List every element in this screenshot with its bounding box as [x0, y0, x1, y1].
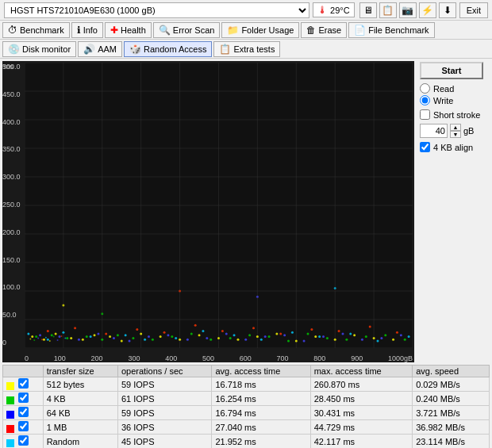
row-avg-speed: 23.114 MB/s — [413, 435, 490, 448]
svg-point-104 — [175, 337, 177, 339]
folder-usage-button[interactable]: 📁 Folder Usage — [221, 22, 299, 38]
download-icon-btn[interactable]: ⬇ — [439, 2, 456, 18]
svg-point-78 — [283, 334, 286, 336]
copy-icon-btn[interactable]: 📋 — [379, 2, 397, 18]
row-color-cell — [3, 406, 44, 420]
toolbar-primary: ⏱ Benchmark ℹ Info ✚ Health 🔍 Error Scan… — [0, 21, 492, 40]
table-row: 512 bytes 59 IOPS 16.718 ms 260.870 ms 0… — [3, 377, 490, 392]
svg-point-49 — [117, 334, 119, 336]
svg-point-28 — [109, 335, 111, 338]
error-scan-button[interactable]: 🔍 Error Scan — [153, 22, 221, 38]
row-checkbox[interactable] — [18, 407, 29, 417]
row-avg-speed: 0.240 MB/s — [413, 392, 490, 406]
svg-point-24 — [55, 333, 57, 335]
svg-point-107 — [260, 339, 263, 341]
toolbar-secondary: 💿 Disk monitor 🔊 AAM 🎲 Random Access 📋 E… — [0, 40, 492, 59]
benchmark-button[interactable]: ⏱ Benchmark — [2, 22, 70, 38]
table-header-row: transfer size operations / sec avg. acce… — [3, 366, 490, 377]
short-stroke-checkbox-label[interactable]: Short stroke — [420, 109, 489, 120]
svg-point-90 — [194, 324, 197, 327]
color-swatch — [6, 425, 14, 433]
stroke-up-button[interactable]: ▲ — [450, 124, 461, 131]
row-checkbox[interactable] — [18, 392, 29, 403]
svg-point-42 — [373, 337, 375, 339]
power-icon-btn[interactable]: ⚡ — [419, 2, 436, 18]
write-radio[interactable] — [420, 95, 430, 105]
svg-point-70 — [129, 340, 131, 343]
row-avg-speed: 0.029 MB/s — [413, 377, 490, 392]
svg-point-72 — [167, 334, 169, 336]
col-transfer-size-label: transfer size — [43, 366, 117, 377]
disk-monitor-button[interactable]: 💿 Disk monitor — [2, 41, 76, 57]
svg-point-118 — [29, 338, 31, 339]
svg-point-105 — [202, 330, 204, 332]
stroke-down-button[interactable]: ▼ — [450, 131, 461, 138]
svg-point-60 — [326, 337, 329, 339]
read-radio[interactable] — [420, 83, 430, 94]
row-checkbox[interactable] — [18, 421, 29, 431]
file-benchmark-button[interactable]: 📄 File Benchmark — [348, 22, 434, 38]
svg-point-61 — [345, 339, 348, 341]
align-checkbox[interactable] — [420, 142, 430, 152]
benchmark-icon: ⏱ — [8, 25, 17, 36]
svg-point-66 — [59, 335, 61, 338]
chart-svg — [25, 63, 413, 348]
start-button[interactable]: Start — [420, 62, 483, 79]
svg-point-36 — [256, 335, 259, 338]
svg-point-69 — [113, 337, 115, 339]
svg-point-59 — [306, 333, 309, 335]
svg-point-89 — [163, 331, 166, 334]
chart-plot-area — [25, 63, 413, 348]
svg-point-30 — [140, 333, 142, 335]
svg-point-123 — [49, 340, 51, 342]
svg-point-91 — [221, 330, 224, 332]
short-stroke-checkbox[interactable] — [420, 109, 430, 120]
svg-point-114 — [101, 312, 103, 315]
info-button[interactable]: ℹ Info — [71, 22, 103, 38]
erase-button[interactable]: 🗑 Erase — [301, 22, 347, 38]
health-button[interactable]: ✚ Health — [105, 22, 152, 38]
svg-point-62 — [365, 335, 367, 338]
aam-button[interactable]: 🔊 AAM — [78, 41, 122, 57]
drive-selector[interactable]: HGST HTS721010A9E630 (1000 gB) — [4, 2, 309, 18]
svg-point-100 — [62, 331, 64, 334]
svg-point-31 — [160, 335, 162, 338]
svg-point-103 — [144, 339, 146, 341]
extra-tests-button[interactable]: 📋 Extra tests — [213, 41, 280, 57]
title-bar: HGST HTS721010A9E630 (1000 gB) 🌡 29°C 🖥 … — [0, 0, 492, 21]
row-checkbox[interactable] — [18, 435, 29, 446]
row-max-access: 260.870 ms — [310, 377, 412, 392]
stroke-spinner: ▲ ▼ — [450, 124, 461, 138]
row-label: Random — [43, 435, 117, 448]
row-max-access: 28.450 ms — [310, 392, 412, 406]
svg-point-45 — [51, 334, 53, 336]
svg-point-41 — [353, 334, 356, 336]
svg-point-117 — [334, 287, 336, 289]
svg-point-95 — [338, 330, 340, 332]
svg-point-44 — [35, 335, 37, 338]
x-axis-labels: 0 100 200 300 400 500 600 700 800 900 10… — [25, 354, 413, 362]
svg-point-127 — [64, 337, 66, 339]
exit-button[interactable]: Exit — [459, 2, 488, 18]
write-radio-label[interactable]: Write — [420, 95, 489, 105]
svg-point-110 — [349, 333, 352, 335]
row-checkbox[interactable] — [18, 378, 29, 389]
svg-point-37 — [275, 333, 278, 335]
table-row: 1 MB 36 IOPS 27.040 ms 44.729 ms 36.982 … — [3, 420, 490, 435]
svg-point-83 — [380, 337, 382, 339]
stroke-value-input[interactable] — [420, 124, 448, 138]
temperature-display: 🌡 29°C — [313, 2, 355, 17]
align-checkbox-label[interactable]: 4 KB align — [420, 142, 489, 152]
table-row: Random 45 IOPS 21.952 ms 42.117 ms 23.11… — [3, 435, 490, 448]
monitor-icon-btn[interactable]: 🖥 — [359, 2, 377, 18]
svg-point-54 — [209, 339, 212, 341]
svg-point-47 — [86, 335, 88, 338]
camera-icon-btn[interactable]: 📷 — [399, 2, 417, 18]
col-transfer-size — [3, 366, 44, 377]
random-access-button[interactable]: 🎲 Random Access — [124, 41, 212, 57]
svg-point-34 — [217, 337, 220, 339]
file-icon: 📄 — [354, 25, 366, 36]
stroke-value-row: ▲ ▼ gB — [420, 124, 489, 138]
svg-point-111 — [376, 340, 379, 343]
read-radio-label[interactable]: Read — [420, 83, 489, 94]
